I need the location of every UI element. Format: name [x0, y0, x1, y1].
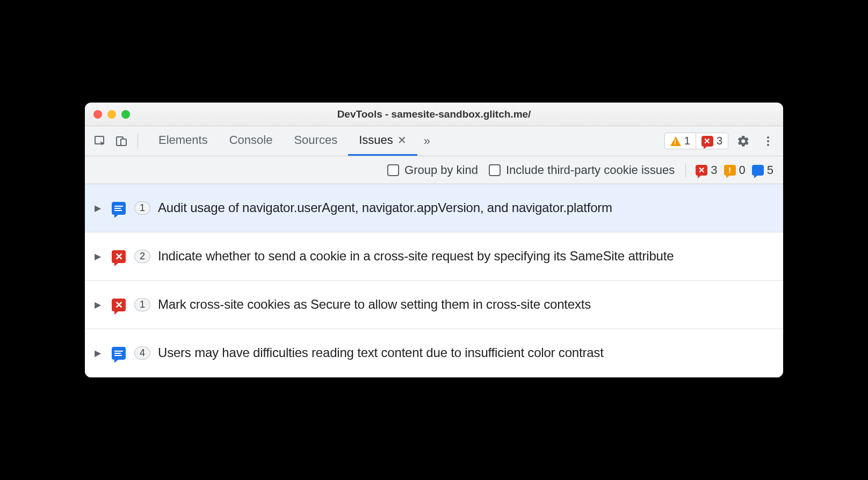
checkbox-label: Include third-party cookie issues: [506, 163, 675, 177]
toolbar-right: 1 ✕ 3: [664, 132, 778, 151]
info-icon: [112, 347, 126, 360]
info-icon: [112, 202, 126, 215]
warnings-counter[interactable]: 1: [665, 133, 696, 149]
issue-count-badge: 1: [134, 201, 150, 215]
count-value: 0: [739, 163, 746, 177]
titlebar: DevTools - samesite-sandbox.glitch.me/: [85, 103, 783, 126]
expand-arrow-icon[interactable]: ▶: [95, 251, 103, 261]
kebab-menu-icon[interactable]: [758, 132, 778, 151]
tab-elements[interactable]: Elements: [148, 126, 219, 156]
warning-icon: !: [724, 165, 736, 176]
count-value: 3: [711, 163, 717, 177]
svg-point-5: [767, 144, 769, 146]
issue-title: Audit usage of navigator.userAgent, navi…: [158, 199, 612, 216]
expand-arrow-icon[interactable]: ▶: [95, 348, 103, 358]
issue-count-badge: 2: [134, 250, 150, 263]
count-value: 5: [767, 163, 773, 177]
issues-filterbar: Group by kind Include third-party cookie…: [85, 156, 783, 184]
svg-point-3: [767, 136, 769, 139]
error-icon: ✕: [701, 136, 713, 147]
error-icon: ✕: [112, 250, 126, 263]
errors-count: 3: [717, 135, 722, 147]
issue-kind-icon: [111, 347, 127, 360]
panel-tabs: Elements Console Sources Issues ✕ »: [148, 126, 437, 156]
window-title: DevTools - samesite-sandbox.glitch.me/: [85, 108, 783, 120]
svg-rect-2: [121, 139, 126, 146]
tab-console[interactable]: Console: [219, 126, 284, 156]
issue-row[interactable]: ▶ 1 Audit usage of navigator.userAgent, …: [85, 184, 783, 232]
divider: [138, 134, 138, 149]
checkbox-icon: [387, 164, 399, 176]
error-count[interactable]: ✕ 3: [696, 163, 717, 177]
traffic-lights: [93, 110, 130, 119]
tab-label: Console: [229, 133, 273, 147]
tab-sources[interactable]: Sources: [283, 126, 348, 156]
include-third-party-checkbox[interactable]: Include third-party cookie issues: [489, 163, 675, 177]
errors-counter[interactable]: ✕ 3: [696, 133, 728, 149]
issue-count-badge: 4: [134, 346, 150, 360]
settings-icon[interactable]: [734, 132, 753, 151]
issue-title: Users may have difficulties reading text…: [158, 344, 604, 361]
info-count[interactable]: 5: [752, 163, 773, 177]
main-toolbar: Elements Console Sources Issues ✕ » 1 ✕ …: [85, 126, 783, 156]
close-window-button[interactable]: [93, 110, 102, 119]
issue-count-badge: 1: [134, 298, 150, 311]
issue-title: Mark cross-site cookies as Secure to all…: [158, 296, 591, 313]
expand-arrow-icon[interactable]: ▶: [95, 300, 103, 310]
error-icon: ✕: [696, 165, 707, 176]
console-counters[interactable]: 1 ✕ 3: [664, 133, 728, 149]
close-tab-icon[interactable]: ✕: [397, 134, 407, 147]
issue-row[interactable]: ▶ ✕ 2 Indicate whether to send a cookie …: [85, 232, 783, 281]
issue-row[interactable]: ▶ ✕ 1 Mark cross-site cookies as Secure …: [85, 281, 783, 329]
zoom-window-button[interactable]: [121, 110, 130, 119]
group-by-kind-checkbox[interactable]: Group by kind: [387, 163, 478, 177]
warning-icon: [670, 136, 681, 146]
issue-title: Indicate whether to send a cookie in a c…: [158, 248, 674, 265]
info-icon: [752, 165, 764, 176]
checkbox-icon: [489, 164, 501, 176]
inspect-element-icon[interactable]: [90, 132, 110, 151]
more-tabs-icon[interactable]: »: [417, 126, 437, 156]
issue-kind-icon: [111, 202, 127, 215]
issue-kind-counts: ✕ 3 ! 0 5: [685, 163, 773, 177]
expand-arrow-icon[interactable]: ▶: [95, 203, 103, 213]
svg-point-4: [767, 140, 769, 142]
minimize-window-button[interactable]: [107, 110, 116, 119]
device-toolbar-icon[interactable]: [112, 132, 131, 151]
tab-issues[interactable]: Issues ✕: [348, 126, 417, 156]
issue-kind-icon: ✕: [111, 299, 127, 311]
issues-list: ▶ 1 Audit usage of navigator.userAgent, …: [85, 184, 783, 377]
error-icon: ✕: [112, 299, 126, 311]
issue-row[interactable]: ▶ 4 Users may have difficulties reading …: [85, 329, 783, 377]
issue-kind-icon: ✕: [111, 250, 127, 263]
warning-count[interactable]: ! 0: [724, 163, 746, 177]
warnings-count: 1: [684, 135, 690, 147]
tab-label: Sources: [294, 133, 337, 147]
tab-label: Issues: [359, 133, 393, 147]
tab-label: Elements: [158, 133, 208, 147]
checkbox-label: Group by kind: [404, 163, 478, 177]
devtools-window: DevTools - samesite-sandbox.glitch.me/ E…: [85, 103, 783, 377]
